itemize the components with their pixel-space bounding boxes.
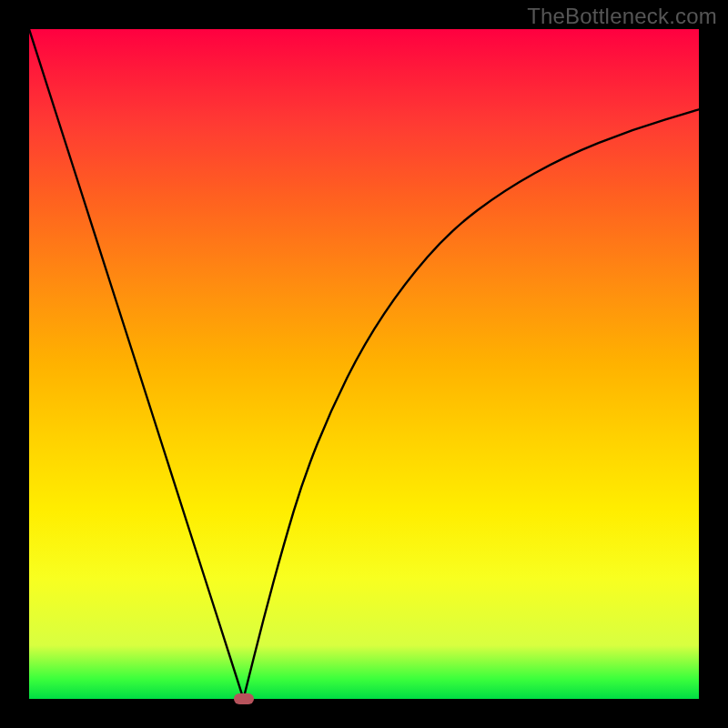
plot-area — [29, 29, 699, 699]
chart-frame: TheBottleneck.com — [0, 0, 728, 728]
watermark-text: TheBottleneck.com — [527, 4, 717, 29]
bottleneck-curve — [29, 29, 699, 699]
minimum-marker — [234, 693, 254, 704]
